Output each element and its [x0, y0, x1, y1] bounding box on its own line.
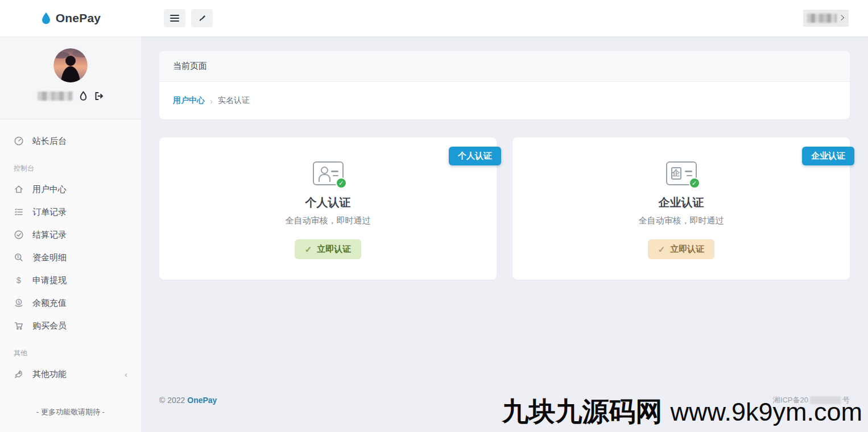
sidebar-item-label: 余额充值 — [32, 298, 67, 309]
check-circle-icon — [14, 230, 24, 240]
personal-auth-card: 个人认证 ✓ 个人认证 全自动审核，即时通过 ✓ 立即认证 — [159, 138, 497, 280]
check-badge-icon: ✓ — [689, 177, 700, 189]
sidebar-item-settlement-records[interactable]: 结算记录 — [0, 223, 141, 246]
user-row — [0, 91, 141, 101]
breadcrumb: 用户中心 › 实名认证 — [159, 82, 850, 119]
icp-prefix: 湘ICP备20 — [773, 395, 808, 405]
id-card-enterprise-icon: 企 ✓ — [666, 161, 697, 185]
profile-section — [0, 36, 141, 119]
auth-cards: 个人认证 ✓ 个人认证 全自动审核，即时通过 ✓ 立即认证 企业认证 企 ✓ 企… — [159, 138, 850, 280]
droplet-logo-icon — [40, 11, 52, 25]
home-icon — [14, 184, 24, 194]
logout-icon[interactable] — [94, 91, 104, 101]
sidebar-item-order-records[interactable]: 订单记录 — [0, 201, 141, 223]
card-title: 个人认证 — [305, 195, 351, 210]
id-card-person-icon: ✓ — [313, 161, 344, 185]
copyright: © 2022 OnePay — [159, 396, 217, 405]
sidebar-nav: 站长后台 控制台 用户中心 订单记录 — [0, 119, 141, 385]
sidebar-toggle-button[interactable] — [164, 9, 185, 27]
icp-blurred — [810, 396, 841, 404]
card-lines — [685, 171, 692, 176]
sidebar-item-buy-membership[interactable]: 购买会员 — [0, 314, 141, 337]
sidebar-item-label: 用户中心 — [32, 184, 67, 195]
sidebar-item-balance-recharge[interactable]: $ 余额充值 — [0, 292, 141, 314]
sidebar-item-fund-details[interactable]: $ 资金明细 — [0, 246, 141, 269]
check-badge-icon: ✓ — [336, 177, 347, 189]
username-blurred — [807, 14, 837, 23]
page-footer: © 2022 OnePay 湘ICP备20 号 — [159, 395, 850, 405]
enterprise-auth-badge[interactable]: 企业认证 — [802, 147, 854, 165]
button-label: 立即认证 — [670, 244, 704, 255]
brand-logo[interactable]: OnePay — [0, 11, 141, 25]
check-icon: ✓ — [305, 244, 312, 255]
cart-icon — [14, 321, 24, 331]
sidebar-item-withdraw[interactable]: $ 申请提现 — [0, 269, 141, 292]
card-subtitle: 全自动审核，即时通过 — [286, 215, 371, 226]
check-icon: ✓ — [658, 244, 666, 255]
dashboard-icon — [14, 136, 24, 146]
top-bar: OnePay — [0, 0, 868, 36]
sidebar-item-label: 购买会员 — [32, 321, 67, 331]
sidebar-section-other: 其他 — [0, 348, 141, 358]
button-label: 立即认证 — [317, 244, 351, 255]
card-subtitle: 全自动审核，即时通过 — [639, 215, 724, 226]
person-glyph — [318, 166, 328, 181]
copyright-text: © 2022 — [159, 396, 185, 405]
icp-suffix: 号 — [842, 395, 850, 405]
breadcrumb-separator-icon: › — [210, 96, 213, 106]
sidebar-item-label: 订单记录 — [32, 207, 67, 218]
dollar-icon: $ — [14, 275, 24, 285]
svg-text:$: $ — [17, 255, 19, 259]
breadcrumb-current: 实名认证 — [218, 95, 250, 106]
user-menu[interactable] — [803, 10, 849, 27]
list-icon — [14, 207, 24, 217]
rocket-icon — [14, 369, 24, 379]
enterprise-auth-button[interactable]: ✓ 立即认证 — [648, 239, 715, 259]
breadcrumb-panel: 当前页面 用户中心 › 实名认证 — [159, 51, 850, 119]
brush-icon — [197, 14, 207, 23]
sidebar: 站长后台 控制台 用户中心 订单记录 — [0, 36, 141, 432]
coin-icon: $ — [14, 298, 24, 308]
header-toolbar — [164, 9, 213, 27]
chevron-down-icon — [838, 15, 844, 20]
sidebar-section-console: 控制台 — [0, 164, 141, 173]
search-dollar-icon: $ — [14, 252, 24, 263]
avatar[interactable] — [53, 48, 88, 82]
sidebar-item-user-center[interactable]: 用户中心 — [0, 178, 141, 201]
menu-icon — [170, 15, 179, 22]
droplet-icon[interactable] — [79, 91, 88, 101]
personal-auth-badge[interactable]: 个人认证 — [449, 147, 501, 165]
sidebar-item-label: 结算记录 — [32, 230, 67, 240]
enterprise-glyph: 企 — [671, 167, 681, 180]
chevron-left-icon: ‹ — [125, 369, 127, 379]
username-blurred — [38, 92, 73, 101]
sidebar-item-admin-backend[interactable]: 站长后台 — [0, 130, 141, 152]
enterprise-auth-card: 企业认证 企 ✓ 企业认证 全自动审核，即时通过 ✓ 立即认证 — [512, 138, 850, 280]
sidebar-item-label: 其他功能 — [32, 369, 67, 380]
theme-button[interactable] — [191, 9, 213, 27]
sidebar-item-other-features[interactable]: 其他功能 ‹ — [0, 363, 141, 385]
brand-name: OnePay — [56, 11, 101, 25]
sidebar-footer-note: - 更多功能敬请期待 - — [0, 407, 141, 417]
svg-text:$: $ — [18, 300, 20, 304]
svg-text:$: $ — [16, 276, 21, 285]
icp-record: 湘ICP备20 号 — [773, 395, 850, 405]
breadcrumb-home-link[interactable]: 用户中心 — [173, 95, 205, 106]
panel-title: 当前页面 — [159, 51, 850, 82]
sidebar-item-label: 资金明细 — [32, 252, 67, 263]
footer-brand-link[interactable]: OnePay — [187, 396, 217, 405]
sidebar-item-label: 申请提现 — [32, 275, 67, 286]
main-content: 当前页面 用户中心 › 实名认证 个人认证 ✓ 个人认证 全自动审核，即时通过 … — [141, 36, 868, 432]
sidebar-item-label: 站长后台 — [32, 136, 67, 147]
personal-auth-button[interactable]: ✓ 立即认证 — [295, 239, 362, 259]
card-lines — [331, 171, 338, 176]
card-title: 企业认证 — [659, 195, 704, 210]
